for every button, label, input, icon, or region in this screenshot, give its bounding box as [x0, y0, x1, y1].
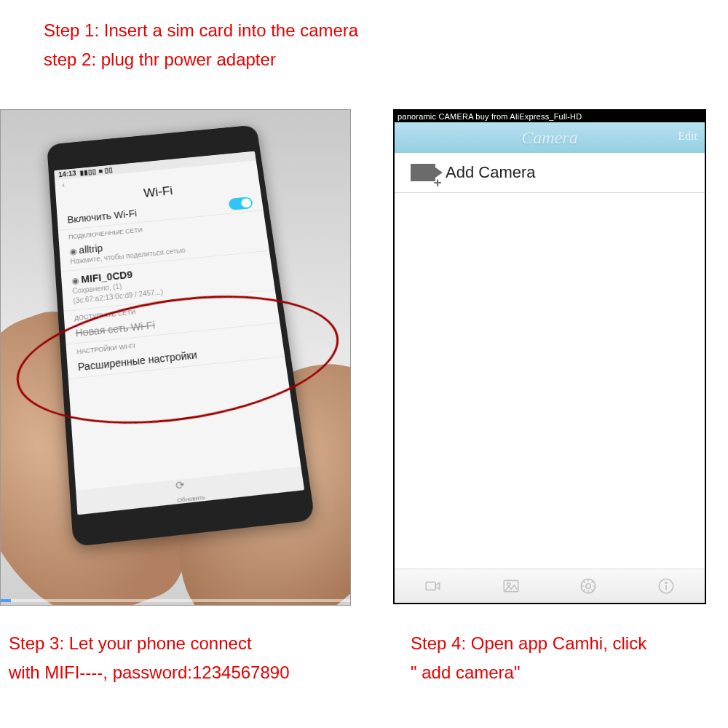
add-camera-row[interactable]: + Add Camera: [395, 153, 705, 193]
step3-text-line2: with MIFI----, password:1234567890: [9, 662, 290, 683]
tab-camera-icon[interactable]: [423, 576, 443, 596]
plus-icon: +: [432, 178, 443, 189]
step2-text: step 2: plug thr power adapter: [44, 50, 276, 70]
add-camera-label: Add Camera: [446, 163, 536, 182]
left-photo-panel: 14:13 ▮▮▯▯ ■ ▯▯ ‹ Wi-Fi Включить Wi-Fi П…: [0, 109, 351, 606]
step1-text: Step 1: Insert a sim card into the camer…: [44, 20, 358, 41]
status-time: 14:13: [58, 170, 76, 178]
wifi-icon: ◉: [69, 247, 77, 257]
network2-name: MIFI_0CD9: [81, 269, 133, 285]
svg-point-2: [507, 583, 510, 586]
phone-bottom-nav: ⟳Обновить: [76, 466, 304, 515]
app-statusbar: panoramic CAMERA buy from AliExpress_Ful…: [395, 111, 705, 122]
network2-sub: Сохранено, (1) (3c:67:a2:13:0c:d9 / 2457…: [72, 282, 163, 305]
edit-button[interactable]: Edit: [678, 130, 697, 143]
phone-screen: 14:13 ▮▮▯▯ ■ ▯▯ ‹ Wi-Fi Включить Wi-Fi П…: [54, 151, 304, 515]
svg-point-4: [586, 584, 591, 589]
new-network-label: Новая сеть Wi-Fi: [75, 320, 155, 339]
video-progress-bar: [1, 599, 350, 602]
camera-icon: +: [411, 164, 435, 181]
tab-settings-icon[interactable]: [578, 576, 598, 596]
app-header: Camera Edit: [395, 122, 705, 153]
tab-info-icon[interactable]: [656, 576, 676, 596]
wifi-enable-label: Включить Wi-Fi: [67, 208, 138, 226]
step4-text-line1: Step 4: Open app Camhi, click: [411, 633, 646, 654]
wifi-icon: ◉: [71, 276, 79, 286]
app-tabbar: [395, 569, 705, 603]
network1-name: alltrip: [79, 242, 103, 256]
step4-text-line2: " add camera": [411, 662, 520, 683]
app-header-title: Camera: [521, 128, 577, 148]
svg-point-7: [665, 582, 667, 584]
camera-list: + Add Camera: [395, 153, 705, 193]
refresh-icon[interactable]: ⟳Обновить: [175, 476, 205, 505]
svg-rect-0: [427, 582, 436, 590]
app-statusbar-text: panoramic CAMERA buy from AliExpress_Ful…: [397, 112, 582, 121]
wifi-toggle-on[interactable]: [228, 197, 253, 210]
tab-gallery-icon[interactable]: [501, 576, 521, 596]
right-app-panel: panoramic CAMERA buy from AliExpress_Ful…: [393, 109, 706, 604]
refresh-label: Обновить: [177, 494, 205, 504]
step3-text-line1: Step 3: Let your phone connect: [9, 633, 252, 654]
